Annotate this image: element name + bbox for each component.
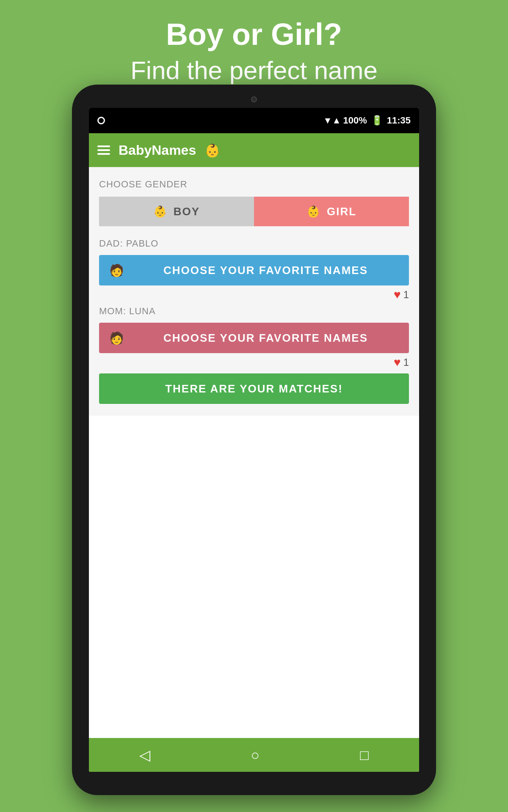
phone-mockup: ▾ ▴ 100% 🔋 11:35 BabyNames 👶 bbox=[72, 85, 436, 804]
boy-button[interactable]: 👶 BOY bbox=[99, 197, 254, 226]
boy-label: BOY bbox=[174, 205, 200, 218]
girl-button[interactable]: 👶 GIRL bbox=[254, 197, 409, 226]
battery-icon: 🔋 bbox=[371, 115, 383, 126]
matches-button[interactable]: THERE ARE YOUR MATCHES! bbox=[99, 373, 409, 404]
mom-heart-count: 1 bbox=[403, 357, 409, 368]
signal-icon: ▴ bbox=[334, 115, 339, 126]
wifi-icon: ▾ bbox=[325, 115, 330, 126]
dad-heart-icon: ♥ bbox=[394, 288, 401, 302]
status-time: 11:35 bbox=[387, 115, 411, 126]
app-promo-header: Boy or Girl? Find the perfect name bbox=[0, 0, 508, 98]
status-right: ▾ ▴ 100% 🔋 11:35 bbox=[325, 115, 411, 126]
girl-label: GIRL bbox=[327, 205, 356, 218]
choose-mom-names-label: CHOOSE YOUR FAVORITE NAMES bbox=[133, 332, 399, 345]
app-toolbar: BabyNames 👶 bbox=[89, 133, 419, 167]
recent-icon: □ bbox=[360, 747, 369, 763]
phone-bezel: ▾ ▴ 100% 🔋 11:35 BabyNames 👶 bbox=[72, 85, 436, 795]
choose-mom-names-button[interactable]: 🧑 CHOOSE YOUR FAVORITE NAMES bbox=[99, 323, 409, 353]
choose-gender-label: CHOOSE GENDER bbox=[99, 179, 409, 190]
dad-person-icon: 🧑 bbox=[109, 263, 125, 277]
main-content: CHOOSE GENDER 👶 BOY 👶 GIRL DAD: PABLO 🧑 bbox=[89, 167, 419, 416]
dad-heart-count: 1 bbox=[403, 289, 409, 301]
promo-title: Boy or Girl? bbox=[0, 17, 508, 52]
phone-camera bbox=[251, 96, 257, 102]
app-title: BabyNames bbox=[119, 143, 196, 158]
baby-icon: 👶 bbox=[204, 143, 220, 158]
nav-back-button[interactable]: ◁ bbox=[139, 746, 150, 763]
mom-heart-row: ♥ 1 bbox=[99, 356, 409, 369]
bottom-nav: ◁ ○ □ bbox=[89, 738, 419, 772]
nav-home-button[interactable]: ○ bbox=[251, 747, 260, 763]
dad-heart-row: ♥ 1 bbox=[99, 288, 409, 302]
back-icon: ◁ bbox=[139, 747, 150, 763]
mom-heart-icon: ♥ bbox=[394, 356, 401, 369]
choose-dad-names-label: CHOOSE YOUR FAVORITE NAMES bbox=[133, 264, 399, 277]
status-bar: ▾ ▴ 100% 🔋 11:35 bbox=[89, 108, 419, 133]
gender-row: 👶 BOY 👶 GIRL bbox=[99, 197, 409, 226]
girl-emoji: 👶 bbox=[306, 205, 321, 218]
battery-percent: 100% bbox=[343, 115, 367, 126]
hamburger-menu-button[interactable] bbox=[97, 145, 110, 155]
matches-label: THERE ARE YOUR MATCHES! bbox=[165, 382, 343, 395]
speaker-icon bbox=[97, 117, 105, 124]
choose-dad-names-button[interactable]: 🧑 CHOOSE YOUR FAVORITE NAMES bbox=[99, 255, 409, 285]
nav-recent-button[interactable]: □ bbox=[360, 747, 369, 763]
home-icon: ○ bbox=[251, 747, 260, 763]
promo-subtitle: Find the perfect name bbox=[0, 56, 508, 85]
mom-label: MOM: LUNA bbox=[99, 306, 409, 317]
status-left bbox=[97, 117, 105, 124]
mom-person-icon: 🧑 bbox=[109, 331, 125, 345]
dad-label: DAD: PABLO bbox=[99, 238, 409, 249]
phone-screen: ▾ ▴ 100% 🔋 11:35 BabyNames 👶 bbox=[89, 108, 419, 772]
boy-emoji: 👶 bbox=[153, 205, 168, 218]
